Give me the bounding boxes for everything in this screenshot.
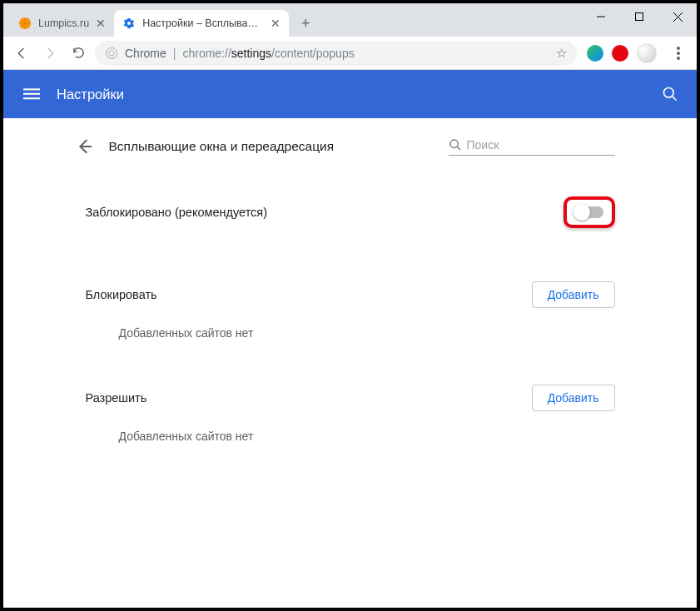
blocked-label: Заблокировано (рекомендуется) bbox=[86, 206, 268, 219]
content-search bbox=[449, 138, 615, 156]
tab-strip: Lumpics.ru ✕ Настройки – Всплывающие окн… bbox=[3, 3, 317, 37]
allow-add-button[interactable]: Добавить bbox=[532, 385, 615, 411]
block-empty-text: Добавленных сайтов нет bbox=[67, 323, 633, 346]
toggle-knob bbox=[573, 204, 590, 221]
panel-header: Всплывающие окна и переадресация bbox=[67, 137, 633, 170]
svg-rect-11 bbox=[23, 93, 40, 95]
settings-title: Настройки bbox=[57, 87, 124, 102]
orange-icon bbox=[18, 17, 32, 30]
content-area: Всплывающие окна и переадресация Заблоки… bbox=[3, 118, 697, 608]
toggle-highlight bbox=[563, 196, 615, 228]
chrome-menu-button[interactable] bbox=[667, 42, 690, 65]
gear-icon bbox=[122, 17, 136, 30]
omnibox-chrome-label: Chrome bbox=[125, 47, 166, 60]
back-button[interactable] bbox=[10, 42, 33, 65]
bookmark-star-icon[interactable]: ☆ bbox=[556, 46, 567, 61]
search-icon bbox=[449, 138, 462, 152]
blocked-toggle-row: Заблокировано (рекомендуется) bbox=[67, 170, 633, 243]
tab-lumpics[interactable]: Lumpics.ru ✕ bbox=[10, 10, 114, 37]
svg-point-13 bbox=[664, 88, 674, 98]
titlebar: Lumpics.ru ✕ Настройки – Всплывающие окн… bbox=[3, 3, 697, 37]
forward-button[interactable] bbox=[38, 42, 62, 65]
extension-icon-2[interactable] bbox=[612, 45, 628, 62]
svg-point-9 bbox=[677, 57, 680, 60]
address-bar: Chrome | chrome://settings/content/popup… bbox=[3, 37, 697, 70]
search-input[interactable] bbox=[467, 138, 615, 152]
page-title: Всплывающие окна и переадресация bbox=[109, 139, 434, 154]
svg-point-7 bbox=[677, 47, 680, 50]
menu-button[interactable] bbox=[22, 84, 42, 104]
reload-button[interactable] bbox=[67, 42, 90, 65]
svg-rect-12 bbox=[23, 97, 40, 99]
block-section-header: Блокировать Добавить bbox=[67, 266, 633, 323]
svg-rect-2 bbox=[636, 13, 643, 21]
allow-empty-text: Добавленных сайтов нет bbox=[67, 426, 633, 450]
settings-panel: Всплывающие окна и переадресация Заблоки… bbox=[67, 118, 633, 608]
allow-section-title: Разрешить bbox=[86, 391, 147, 405]
tab-title: Lumpics.ru bbox=[38, 17, 89, 29]
svg-line-14 bbox=[673, 97, 677, 101]
close-icon[interactable]: ✕ bbox=[96, 17, 106, 30]
back-arrow-button[interactable] bbox=[74, 137, 94, 156]
svg-rect-10 bbox=[23, 88, 40, 90]
omnibox-separator: | bbox=[173, 47, 176, 60]
tab-settings[interactable]: Настройки – Всплывающие окн ✕ bbox=[114, 10, 289, 37]
chrome-logo-icon bbox=[105, 47, 118, 60]
maximize-button[interactable] bbox=[620, 3, 658, 30]
tab-title: Настройки – Всплывающие окн bbox=[142, 17, 264, 29]
header-search-button[interactable] bbox=[662, 86, 678, 102]
svg-point-15 bbox=[450, 140, 458, 147]
blocked-toggle[interactable] bbox=[575, 206, 603, 218]
browser-window: Lumpics.ru ✕ Настройки – Всплывающие окн… bbox=[0, 0, 700, 611]
svg-point-6 bbox=[109, 51, 113, 55]
svg-point-8 bbox=[677, 52, 680, 55]
new-tab-button[interactable]: + bbox=[294, 12, 317, 35]
omnibox[interactable]: Chrome | chrome://settings/content/popup… bbox=[95, 41, 577, 66]
extension-icon-1[interactable] bbox=[587, 45, 603, 62]
extension-icons bbox=[582, 43, 662, 63]
omnibox-url: chrome://settings/content/popups bbox=[182, 47, 354, 60]
minimize-button[interactable] bbox=[582, 3, 620, 30]
block-section-title: Блокировать bbox=[86, 288, 157, 301]
close-icon[interactable]: ✕ bbox=[271, 17, 280, 30]
window-controls bbox=[582, 3, 697, 30]
settings-header: Настройки bbox=[3, 70, 697, 118]
svg-line-16 bbox=[457, 147, 460, 150]
close-window-button[interactable] bbox=[658, 3, 697, 30]
profile-avatar[interactable] bbox=[637, 43, 657, 63]
block-add-button[interactable]: Добавить bbox=[532, 281, 615, 308]
allow-section-header: Разрешить Добавить bbox=[67, 370, 633, 426]
